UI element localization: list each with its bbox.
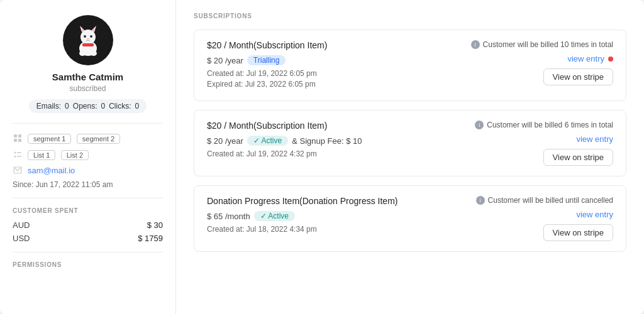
user-profile-section: Samthe Catmim subscribed Emails: 0 Opens… (13, 15, 163, 113)
svg-point-12 (91, 51, 97, 56)
sub-right: i Customer will be billed until cancelle… (475, 196, 613, 241)
emails-label: Emails: (36, 102, 61, 111)
view-on-stripe-button[interactable]: View on stripe (543, 68, 613, 85)
permissions-label: PERMISSIONS (13, 261, 163, 268)
svg-rect-16 (18, 139, 21, 142)
sub-left: $20 / Month(Subscription Item) $ 20 /yea… (207, 121, 475, 160)
customer-spent-label: CUSTOMER SPENT (13, 207, 163, 214)
clicks-label: Clicks: (109, 102, 131, 111)
view-on-stripe-button[interactable]: View on stripe (543, 149, 613, 166)
currency-amount: $ 1759 (138, 234, 163, 243)
view-entry-link[interactable]: view entry (576, 134, 613, 144)
sub-created: Created at: Jul 19, 2022 6:05 pm (207, 69, 471, 78)
sub-right: i Customer will be billed 6 times in tot… (475, 121, 613, 166)
svg-point-19 (14, 156, 16, 158)
sub-price: $ 20 /year (207, 56, 243, 65)
sub-left: Donation Progress Item(Donation Progress… (207, 196, 475, 236)
svg-rect-10 (82, 43, 94, 46)
main-content: SUBSCRIPTIONS $20 / Month(Subscription I… (176, 0, 644, 314)
svg-point-11 (79, 51, 86, 56)
svg-point-2 (80, 30, 96, 45)
opens-label: Opens: (73, 102, 97, 111)
info-icon: i (471, 40, 480, 49)
sub-badge: ✓ Active (254, 211, 295, 221)
view-on-stripe-button[interactable]: View on stripe (543, 224, 613, 241)
subscription-card: Donation Progress Item(Donation Progress… (194, 185, 626, 252)
red-dot-indicator (608, 57, 613, 62)
list-tag-2[interactable]: List 2 (61, 150, 89, 160)
billing-info: i Customer will be billed 10 times in to… (471, 40, 613, 49)
subscription-cards: $20 / Month(Subscription Item) $ 20 /yea… (194, 30, 626, 252)
currency-amount: $ 30 (147, 220, 163, 230)
sub-price-row: $ 65 /month ✓ Active (207, 211, 475, 221)
email-address[interactable]: sam@mail.io (28, 166, 75, 175)
currency-list: AUD$ 30USD$ 1759 (13, 220, 163, 243)
sub-expired: Expired at: Jul 23, 2022 6:05 pm (207, 80, 471, 89)
divider-3 (13, 252, 163, 252)
currency-code: USD (13, 234, 30, 243)
sub-price-row: $ 20 /year Trialling (207, 55, 471, 65)
user-status: subscribed (69, 84, 106, 93)
sub-badge: Trialling (247, 55, 286, 65)
sub-created: Created at: Jul 19, 2022 4:32 pm (207, 149, 475, 158)
divider-2 (13, 198, 163, 198)
since-date: Since: Jun 17, 2022 11:05 am (13, 180, 163, 189)
subscriptions-label: SUBSCRIPTIONS (194, 13, 626, 19)
svg-point-7 (84, 35, 86, 38)
sub-created: Created at: Jul 18, 2022 4:34 pm (207, 225, 475, 234)
list-tags: List 1 List 2 (28, 149, 91, 160)
sub-left: $20 / Month(Subscription Item) $ 20 /yea… (207, 40, 471, 90)
segment-tag-1[interactable]: segment 1 (28, 134, 71, 144)
subscription-card: $20 / Month(Subscription Item) $ 20 /yea… (194, 30, 626, 101)
sub-badge: ✓ Active (247, 136, 288, 146)
emails-value: 0 (65, 102, 69, 111)
divider (13, 123, 163, 124)
billing-text: Customer will be billed 6 times in total (487, 121, 613, 129)
svg-rect-15 (14, 139, 17, 142)
currency-row: USD$ 1759 (13, 234, 163, 243)
user-name: Samthe Catmim (52, 72, 123, 82)
subscription-card: $20 / Month(Subscription Item) $ 20 /yea… (194, 110, 626, 176)
svg-point-9 (87, 38, 89, 40)
billing-info: i Customer will be billed until cancelle… (476, 196, 613, 205)
currency-row: AUD$ 30 (13, 220, 163, 230)
list-tag-1[interactable]: List 1 (28, 150, 55, 160)
lists-row: List 1 List 2 (13, 149, 163, 160)
stats-bar: Emails: 0 Opens: 0 Clicks: 0 (29, 99, 147, 113)
sub-price: $ 20 /year (207, 136, 243, 146)
avatar (63, 15, 113, 65)
sub-right: i Customer will be billed 10 times in to… (471, 40, 613, 85)
sub-price-row: $ 20 /year ✓ Active & Signup Fee: $ 10 (207, 136, 475, 146)
sub-title: $20 / Month(Subscription Item) (207, 40, 471, 50)
sub-title: Donation Progress Item(Donation Progress… (207, 196, 475, 206)
sub-price: $ 65 /month (207, 212, 250, 221)
svg-rect-14 (18, 134, 21, 138)
info-icon: i (476, 196, 485, 205)
view-entry-link[interactable]: view entry (576, 210, 613, 219)
signup-fee: & Signup Fee: $ 10 (292, 136, 362, 146)
segment-tag-2[interactable]: segment 2 (77, 134, 120, 144)
svg-point-8 (90, 35, 92, 38)
billing-text: Customer will be billed 10 times in tota… (483, 40, 613, 49)
view-entry-link[interactable]: view entry (567, 54, 604, 63)
segment-icon (13, 133, 23, 143)
currency-code: AUD (13, 220, 30, 230)
sub-title: $20 / Month(Subscription Item) (207, 121, 475, 131)
svg-point-17 (14, 152, 16, 154)
email-icon (13, 165, 23, 175)
opens-value: 0 (101, 102, 106, 111)
email-row: sam@mail.io (13, 165, 163, 175)
billing-text: Customer will be billed until cancelled (488, 196, 613, 205)
list-icon (13, 149, 23, 160)
billing-info: i Customer will be billed 6 times in tot… (475, 121, 613, 129)
segments-row: segment 1 segment 2 (13, 133, 163, 144)
segment-tags: segment 1 segment 2 (28, 133, 123, 144)
svg-rect-13 (14, 134, 17, 138)
info-icon: i (475, 121, 484, 129)
sidebar: Samthe Catmim subscribed Emails: 0 Opens… (0, 0, 176, 314)
clicks-value: 0 (135, 102, 140, 111)
